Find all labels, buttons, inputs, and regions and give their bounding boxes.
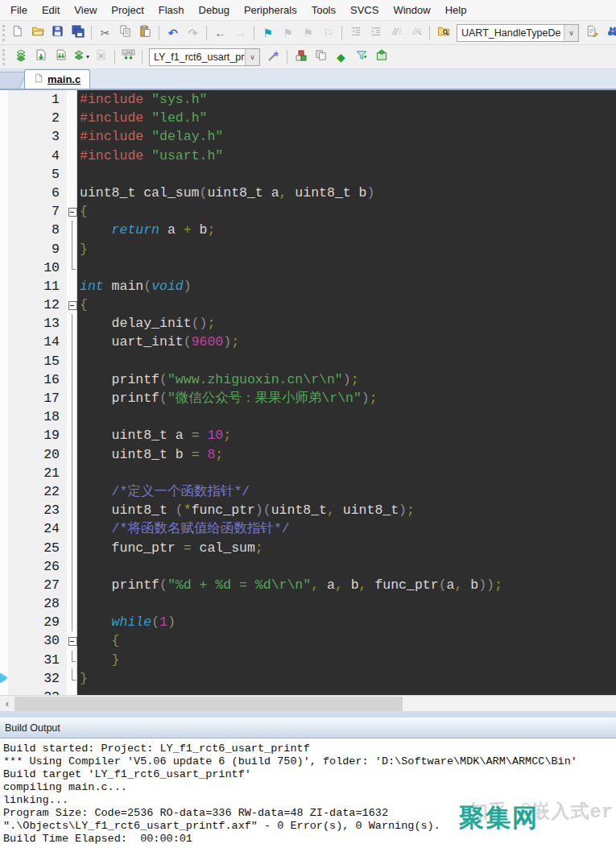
bookmark-margin[interactable] bbox=[0, 651, 8, 669]
menu-item-debug[interactable]: Debug bbox=[192, 1, 237, 19]
code-text: printf("微信公众号：果果小师弟\r\n"); bbox=[77, 389, 616, 407]
bookmark-margin[interactable] bbox=[0, 90, 8, 109]
scrollbar-thumb[interactable] bbox=[14, 697, 403, 711]
code-line-26: 26 bbox=[0, 557, 616, 576]
tab-main-c[interactable]: main.c bbox=[24, 69, 90, 89]
bookmark-margin[interactable] bbox=[0, 389, 8, 407]
code-line-14: 14 uart_init(9600); bbox=[0, 333, 616, 351]
select-packs-button[interactable] bbox=[351, 48, 371, 67]
menu-item-window[interactable]: Window bbox=[386, 1, 437, 19]
bookmark-margin[interactable] bbox=[0, 688, 8, 695]
bookmark-margin[interactable] bbox=[0, 202, 8, 221]
menu-item-peripherals[interactable]: Peripherals bbox=[237, 1, 304, 19]
translate-file-button[interactable] bbox=[10, 48, 31, 67]
bookmark-margin[interactable] bbox=[0, 165, 8, 184]
batch-build-button[interactable]: ▾ bbox=[71, 48, 91, 67]
pane-splitter[interactable] bbox=[0, 711, 616, 718]
build-button[interactable] bbox=[31, 48, 51, 67]
bookmark-margin[interactable] bbox=[0, 109, 8, 127]
navigate-back-button[interactable]: ← bbox=[210, 23, 230, 43]
redo-icon: ↷ bbox=[188, 26, 198, 40]
menu-item-view[interactable]: View bbox=[67, 1, 104, 19]
bookmark-margin[interactable] bbox=[0, 127, 8, 146]
chevron-down-icon[interactable]: ∨ bbox=[564, 25, 578, 41]
svg-text:LOAD: LOAD bbox=[123, 50, 134, 54]
new-file-button[interactable] bbox=[7, 23, 27, 43]
bookmark-margin[interactable] bbox=[0, 501, 8, 519]
bookmark-margin[interactable] bbox=[0, 314, 8, 333]
bookmark-margin[interactable] bbox=[0, 557, 8, 576]
symbol-combobox[interactable]: UART_HandleTypeDe∨ bbox=[457, 24, 579, 42]
save-all-button[interactable] bbox=[68, 23, 88, 43]
code-line-6: 6uint8_t cal_sum(uint8_t a, uint8_t b) bbox=[0, 184, 616, 202]
code-line-25: 25 func_ptr = cal_sum; bbox=[0, 539, 616, 557]
pack-installer-button[interactable] bbox=[371, 48, 391, 67]
find-in-files-results-button[interactable] bbox=[582, 23, 602, 43]
menu-item-file[interactable]: File bbox=[3, 1, 35, 19]
fold-toggle-icon[interactable] bbox=[67, 296, 77, 314]
bookmark-margin[interactable] bbox=[0, 594, 8, 613]
bookmark-margin[interactable] bbox=[0, 277, 8, 296]
menu-item-tools[interactable]: Tools bbox=[304, 1, 343, 19]
find-button[interactable] bbox=[602, 23, 616, 43]
bookmark-prev-icon: ⚑ bbox=[283, 26, 293, 40]
bookmark-margin[interactable] bbox=[0, 482, 8, 501]
bookmark-margin[interactable] bbox=[0, 184, 8, 202]
file-extensions-button[interactable] bbox=[311, 48, 331, 67]
bookmark-margin[interactable] bbox=[0, 352, 8, 370]
code-line-27: 27 printf("%d + %d = %d\r\n", a, b, func… bbox=[0, 576, 616, 594]
undo-button[interactable]: ↶ bbox=[163, 23, 183, 43]
code-line-23: 23 uint8_t (*func_ptr)(uint8_t, uint8_t)… bbox=[0, 501, 616, 519]
cut-button[interactable]: ✂ bbox=[95, 23, 115, 43]
menu-item-project[interactable]: Project bbox=[104, 1, 151, 19]
rebuild-button[interactable] bbox=[51, 48, 71, 67]
menu-item-flash[interactable]: Flash bbox=[151, 1, 192, 19]
open-file-button[interactable] bbox=[27, 23, 48, 43]
bookmark-margin[interactable] bbox=[0, 613, 8, 631]
menu-item-help[interactable]: Help bbox=[438, 1, 474, 19]
software-packs-button[interactable]: ◆ bbox=[331, 48, 351, 67]
bookmark-margin[interactable] bbox=[0, 333, 8, 351]
manage-rte-button[interactable] bbox=[291, 48, 311, 67]
toggle-bookmark-button[interactable]: ⚑ bbox=[258, 23, 278, 43]
line-number: 4 bbox=[8, 147, 67, 165]
paste-button[interactable] bbox=[135, 23, 155, 43]
bookmark-margin[interactable] bbox=[0, 259, 8, 277]
bookmark-margin[interactable] bbox=[0, 445, 8, 464]
download-button[interactable]: LOAD bbox=[118, 48, 138, 67]
menu-item-edit[interactable]: Edit bbox=[35, 1, 67, 19]
bookmark-margin[interactable] bbox=[0, 519, 8, 538]
bookmark-margin[interactable] bbox=[0, 464, 8, 482]
toolbar-grip[interactable] bbox=[2, 49, 8, 65]
code-editor[interactable]: 1#include "sys.h"2#include "led.h"3#incl… bbox=[0, 90, 616, 695]
bookmark-margin[interactable] bbox=[0, 240, 8, 259]
code-text bbox=[77, 594, 616, 613]
fold-margin bbox=[67, 352, 77, 370]
bookmark-margin[interactable] bbox=[0, 576, 8, 594]
chevron-down-icon[interactable]: ∨ bbox=[245, 49, 259, 65]
code-text: uart_init(9600); bbox=[77, 333, 616, 351]
find-in-files-button[interactable] bbox=[433, 23, 453, 43]
copy-button[interactable] bbox=[115, 23, 135, 43]
scroll-left-button[interactable]: ‹ bbox=[0, 696, 14, 711]
fold-toggle-icon[interactable] bbox=[67, 202, 77, 221]
bookmark-margin[interactable] bbox=[0, 147, 8, 165]
target-combobox[interactable]: LY_f1_rct6_usart_pri∨ bbox=[149, 48, 260, 66]
save-button[interactable] bbox=[48, 23, 68, 43]
dropdown-arrow-icon[interactable]: ▾ bbox=[86, 53, 89, 60]
code-text: printf("www.zhiguoxin.cn\r\n"); bbox=[77, 370, 616, 389]
target-options-button[interactable] bbox=[263, 48, 283, 67]
fold-toggle-icon[interactable] bbox=[67, 631, 77, 650]
fold-margin bbox=[67, 127, 77, 146]
horizontal-scrollbar[interactable]: ‹ bbox=[0, 695, 616, 711]
bookmark-margin[interactable] bbox=[0, 370, 8, 389]
bookmark-margin[interactable] bbox=[0, 426, 8, 445]
bookmark-margin[interactable] bbox=[0, 631, 8, 650]
toolbar-grip[interactable] bbox=[2, 25, 5, 41]
bookmark-margin[interactable] bbox=[0, 539, 8, 557]
menu-item-svcs[interactable]: SVCS bbox=[343, 1, 386, 19]
bookmark-margin[interactable] bbox=[0, 221, 8, 239]
bookmark-margin[interactable] bbox=[0, 296, 8, 314]
bookmark-margin[interactable] bbox=[0, 669, 8, 688]
bookmark-margin[interactable] bbox=[0, 407, 8, 426]
